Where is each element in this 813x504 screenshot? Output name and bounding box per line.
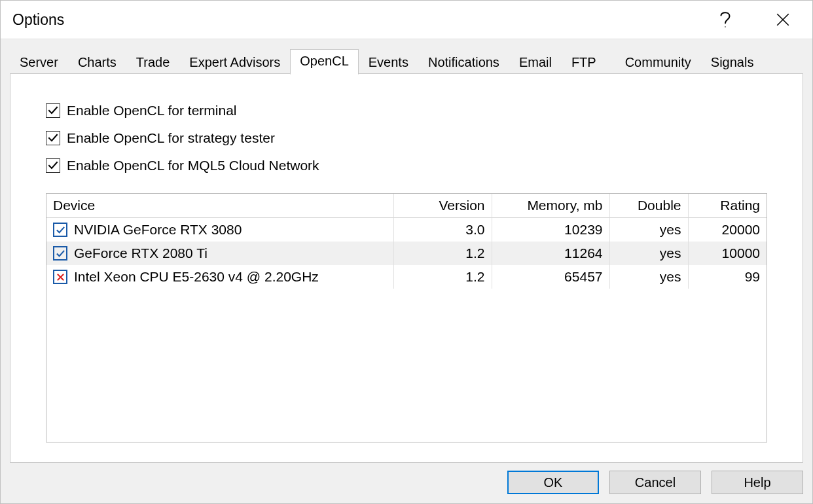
device-checkbox[interactable] — [53, 223, 67, 237]
tab-expert-advisors[interactable]: Expert Advisors — [179, 50, 290, 74]
ok-button[interactable]: OK — [507, 471, 599, 494]
help-icon[interactable] — [706, 7, 744, 33]
table-row[interactable]: GeForce RTX 2080 Ti 1.2 11264 yes 10000 — [46, 242, 767, 265]
tab-charts[interactable]: Charts — [68, 50, 126, 74]
device-memory: 11264 — [492, 242, 609, 265]
dialog-buttons: OK Cancel Help — [10, 463, 803, 494]
checkbox-enable-tester[interactable] — [46, 131, 60, 145]
tab-strip: Server Charts Trade Expert Advisors Open… — [10, 48, 803, 74]
help-button[interactable]: Help — [712, 471, 803, 494]
device-double: yes — [609, 242, 688, 265]
tab-server[interactable]: Server — [10, 50, 68, 74]
device-double: yes — [609, 265, 688, 289]
device-table: Device Version Memory, mb Double Rating — [46, 193, 767, 442]
device-name: NVIDIA GeForce RTX 3080 — [74, 222, 242, 238]
titlebar: Options — [1, 1, 812, 39]
tab-signals[interactable]: Signals — [701, 50, 764, 74]
col-memory[interactable]: Memory, mb — [492, 194, 609, 218]
table-row[interactable]: NVIDIA GeForce RTX 3080 3.0 10239 yes 20… — [46, 218, 767, 242]
tab-events[interactable]: Events — [359, 50, 418, 74]
label-enable-tester: Enable OpenCL for strategy tester — [67, 130, 275, 146]
tab-notifications[interactable]: Notifications — [418, 50, 509, 74]
table-row[interactable]: Intel Xeon CPU E5-2630 v4 @ 2.20GHz 1.2 … — [46, 265, 767, 289]
device-version: 1.2 — [393, 242, 492, 265]
options-dialog: Options Server Charts Trade Expert Advis… — [0, 0, 813, 504]
checkbox-enable-terminal[interactable] — [46, 103, 60, 118]
tab-community[interactable]: Community — [615, 50, 701, 74]
col-double[interactable]: Double — [609, 194, 688, 218]
tab-opencl[interactable]: OpenCL — [290, 49, 359, 75]
svg-point-0 — [725, 26, 726, 27]
label-enable-terminal: Enable OpenCL for terminal — [67, 103, 237, 118]
cancel-button[interactable]: Cancel — [609, 471, 701, 494]
device-name: Intel Xeon CPU E5-2630 v4 @ 2.20GHz — [74, 269, 319, 285]
client-area: Server Charts Trade Expert Advisors Open… — [1, 39, 812, 503]
device-version: 1.2 — [393, 265, 492, 289]
tab-email[interactable]: Email — [509, 50, 562, 74]
close-icon[interactable] — [764, 7, 802, 33]
tab-trade[interactable]: Trade — [126, 50, 180, 74]
label-enable-cloud: Enable OpenCL for MQL5 Cloud Network — [67, 158, 319, 173]
device-checkbox[interactable] — [53, 246, 67, 261]
device-rating: 20000 — [688, 218, 767, 242]
col-rating[interactable]: Rating — [688, 194, 767, 218]
device-memory: 10239 — [492, 218, 609, 242]
device-version: 3.0 — [393, 218, 492, 242]
device-memory: 65457 — [492, 265, 609, 289]
device-rating: 10000 — [688, 242, 767, 265]
tab-panel-opencl: Enable OpenCL for terminal Enable OpenCL… — [10, 73, 803, 463]
checkbox-enable-cloud[interactable] — [46, 158, 60, 173]
device-double: yes — [609, 218, 688, 242]
tab-ftp[interactable]: FTP — [562, 50, 615, 74]
window-title: Options — [12, 11, 706, 29]
device-rating: 99 — [688, 265, 767, 289]
col-device[interactable]: Device — [46, 194, 393, 218]
device-checkbox[interactable] — [53, 270, 67, 284]
device-name: GeForce RTX 2080 Ti — [74, 245, 208, 261]
col-version[interactable]: Version — [393, 194, 492, 218]
